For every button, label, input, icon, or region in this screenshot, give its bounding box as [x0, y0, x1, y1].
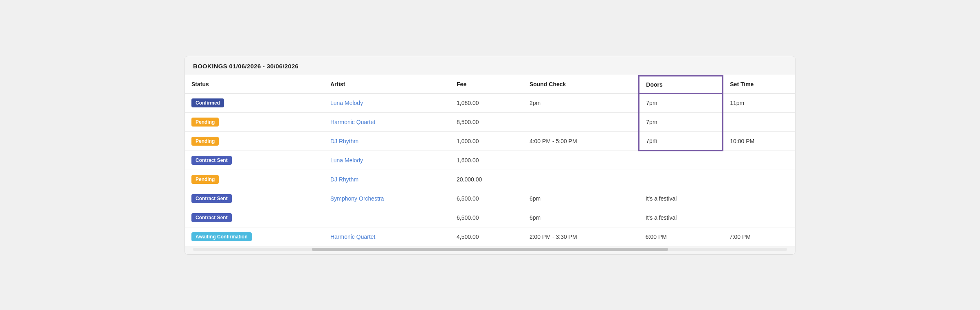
scrollbar-track[interactable]: [193, 248, 787, 251]
status-badge: Contract Sent: [191, 156, 232, 165]
page-title: BOOKINGS 01/06/2026 - 30/06/2026: [193, 63, 299, 70]
fee-cell: 8,500.00: [450, 112, 523, 131]
fee-cell: 4,500.00: [450, 227, 523, 246]
table-row[interactable]: PendingHarmonic Quartet8,500.007pm: [185, 112, 795, 131]
status-cell: Contract Sent: [185, 189, 324, 208]
doors-cell: 7pm: [639, 93, 723, 112]
table-header-row: Status Artist Fee Sound Check Doors Set …: [185, 76, 795, 93]
status-badge: Awaiting Confirmation: [191, 232, 252, 241]
artist-link[interactable]: DJ Rhythm: [330, 138, 358, 144]
set-time-cell: 7:00 PM: [723, 227, 795, 246]
set-time-cell: [723, 112, 795, 131]
artist-cell[interactable]: Harmonic Quartet: [324, 112, 450, 131]
bookings-table: Status Artist Fee Sound Check Doors Set …: [185, 75, 795, 246]
col-header-artist: Artist: [324, 76, 450, 93]
artist-link[interactable]: Harmonic Quartet: [330, 234, 375, 240]
table-row[interactable]: ConfirmedLuna Melody1,080.002pm7pm11pm: [185, 93, 795, 112]
status-cell: Pending: [185, 131, 324, 151]
status-cell: Awaiting Confirmation: [185, 227, 324, 246]
col-header-fee: Fee: [450, 76, 523, 93]
artist-cell: [324, 208, 450, 227]
doors-cell: [639, 151, 723, 170]
col-header-doors: Doors: [639, 76, 723, 93]
table-row[interactable]: Contract SentLuna Melody1,600.00: [185, 151, 795, 170]
status-badge: Pending: [191, 118, 219, 127]
sound-check-cell: 2:00 PM - 3:30 PM: [523, 227, 639, 246]
set-time-cell: 11pm: [723, 93, 795, 112]
set-time-cell: 10:00 PM: [723, 131, 795, 151]
sound-check-cell: [523, 151, 639, 170]
set-time-cell: [723, 208, 795, 227]
fee-cell: 6,500.00: [450, 189, 523, 208]
artist-cell[interactable]: Luna Melody: [324, 151, 450, 170]
table-row[interactable]: PendingDJ Rhythm1,000.004:00 PM - 5:00 P…: [185, 131, 795, 151]
doors-cell: 6:00 PM: [639, 227, 723, 246]
set-time-cell: [723, 189, 795, 208]
status-badge: Pending: [191, 137, 219, 146]
fee-cell: 6,500.00: [450, 208, 523, 227]
page-header: BOOKINGS 01/06/2026 - 30/06/2026: [185, 56, 795, 75]
fee-cell: 1,600.00: [450, 151, 523, 170]
set-time-cell: [723, 170, 795, 189]
status-badge: Contract Sent: [191, 194, 232, 203]
fee-cell: 1,080.00: [450, 93, 523, 112]
col-header-set-time: Set Time: [723, 76, 795, 93]
col-header-status: Status: [185, 76, 324, 93]
status-badge: Pending: [191, 175, 219, 184]
sound-check-cell: [523, 112, 639, 131]
artist-cell[interactable]: Luna Melody: [324, 93, 450, 112]
artist-link[interactable]: Harmonic Quartet: [330, 119, 375, 125]
doors-cell: 7pm: [639, 112, 723, 131]
status-cell: Pending: [185, 170, 324, 189]
artist-cell[interactable]: DJ Rhythm: [324, 170, 450, 189]
col-header-sound-check: Sound Check: [523, 76, 639, 93]
artist-cell[interactable]: Symphony Orchestra: [324, 189, 450, 208]
artist-link[interactable]: Symphony Orchestra: [330, 195, 384, 202]
status-badge: Contract Sent: [191, 213, 232, 222]
sound-check-cell: 6pm: [523, 189, 639, 208]
artist-link[interactable]: Luna Melody: [330, 157, 363, 164]
sound-check-cell: [523, 170, 639, 189]
status-badge: Confirmed: [191, 98, 224, 107]
sound-check-cell: 6pm: [523, 208, 639, 227]
fee-cell: 20,000.00: [450, 170, 523, 189]
table-body: ConfirmedLuna Melody1,080.002pm7pm11pmPe…: [185, 93, 795, 246]
set-time-cell: [723, 151, 795, 170]
table-wrapper: Status Artist Fee Sound Check Doors Set …: [185, 75, 795, 246]
artist-link[interactable]: DJ Rhythm: [330, 176, 358, 183]
doors-cell: [639, 170, 723, 189]
table-row[interactable]: Contract SentSymphony Orchestra6,500.006…: [185, 189, 795, 208]
sound-check-cell: 2pm: [523, 93, 639, 112]
artist-cell[interactable]: Harmonic Quartet: [324, 227, 450, 246]
table-row[interactable]: Awaiting ConfirmationHarmonic Quartet4,5…: [185, 227, 795, 246]
scrollbar-thumb[interactable]: [312, 248, 668, 251]
doors-cell: It's a festival: [639, 189, 723, 208]
doors-cell: It's a festival: [639, 208, 723, 227]
status-cell: Contract Sent: [185, 208, 324, 227]
table-row[interactable]: Contract Sent6,500.006pmIt's a festival: [185, 208, 795, 227]
status-cell: Pending: [185, 112, 324, 131]
artist-cell[interactable]: DJ Rhythm: [324, 131, 450, 151]
status-cell: Confirmed: [185, 93, 324, 112]
sound-check-cell: 4:00 PM - 5:00 PM: [523, 131, 639, 151]
bookings-container: BOOKINGS 01/06/2026 - 30/06/2026 Status …: [185, 56, 795, 255]
artist-link[interactable]: Luna Melody: [330, 100, 363, 106]
fee-cell: 1,000.00: [450, 131, 523, 151]
table-row[interactable]: PendingDJ Rhythm20,000.00: [185, 170, 795, 189]
doors-cell: 7pm: [639, 131, 723, 151]
status-cell: Contract Sent: [185, 151, 324, 170]
